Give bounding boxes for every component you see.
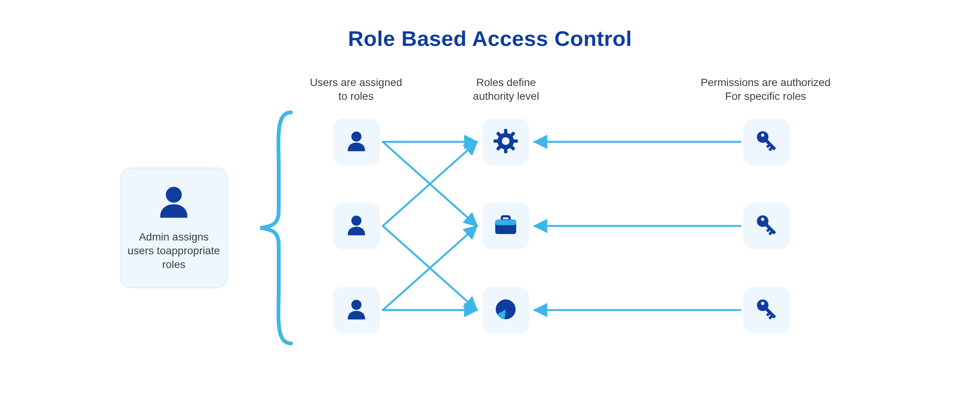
- arrows-layer: [0, 0, 980, 403]
